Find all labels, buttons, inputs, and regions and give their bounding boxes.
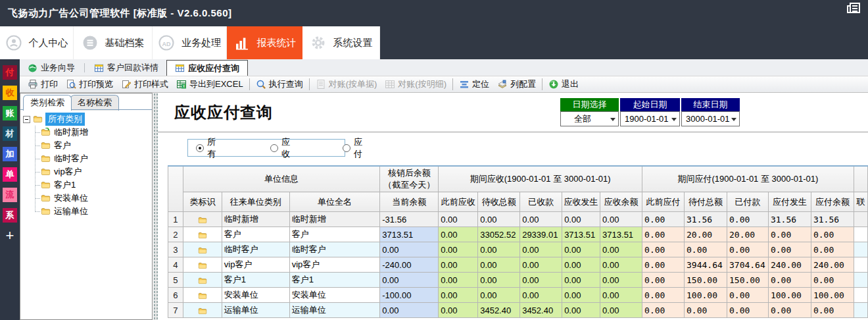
value-cell: 31.56 — [768, 212, 811, 227]
tree-node-客户[interactable]: 客户 — [32, 139, 152, 152]
value-cell: 0.00 — [380, 303, 439, 318]
document-tab-strip: 业务向导客户回款详情应收应付查询 — [20, 59, 868, 76]
date-mode-select[interactable]: 全部 — [560, 111, 619, 126]
value-cell: 3713.51 — [600, 227, 642, 242]
grid-group-header: 期间应付(1900-01-01 至 3000-01-01) — [642, 166, 854, 192]
grid-column-header-已收款: 已收款 — [520, 192, 562, 212]
toolbar-button-打印样式[interactable]: 打印样式 — [117, 77, 172, 92]
grid-row-3[interactable]: 3临时客户临时客户0.000.000.000.000.000.000.000.0… — [168, 242, 868, 257]
grid-row-2[interactable]: 2客户客户3713.510.0033052.5229339.013713.513… — [168, 227, 868, 242]
grid-row-5[interactable]: 5客户1客户10.000.000.000.000.000.000.00150.0… — [168, 273, 868, 288]
rail-add-button[interactable]: + — [3, 228, 17, 243]
panel-splitter[interactable] — [153, 93, 158, 320]
grid-column-header-应收余额: 应收余额 — [600, 192, 642, 212]
window-document-icon[interactable] — [847, 3, 861, 16]
rail-button-系[interactable]: 系 — [3, 208, 17, 223]
value-cell: 0.00 — [811, 242, 854, 257]
contact-cell — [854, 227, 867, 242]
folder-icon — [40, 207, 51, 216]
value-cell: 0.00 — [768, 273, 811, 288]
nav-tab-业务处理[interactable]: AD业务处理 — [153, 26, 227, 59]
end-date-select[interactable]: 3000-01-01 — [681, 111, 740, 126]
doc-tab-客户回款详情[interactable]: 客户回款详情 — [86, 60, 166, 76]
value-cell: 0.00 — [600, 288, 642, 303]
nav-tab-label: 基础档案 — [105, 37, 145, 49]
toolbar-button-执行查询[interactable]: 执行查询 — [252, 77, 307, 92]
category-cell: vip客户 — [222, 257, 289, 273]
grid-row-1[interactable]: 1临时新增临时新增-31.560.000.000.000.000.000.003… — [168, 212, 868, 227]
rail-button-材[interactable]: 材 — [3, 126, 17, 141]
radio-所有[interactable]: 所有 — [196, 136, 216, 160]
grid-row-7[interactable]: 7运输单位运输单位0.000.003452.403452.400.000.000… — [168, 303, 868, 318]
tree-expander-icon[interactable] — [23, 116, 30, 123]
grid-column-header-类标识: 类标识 — [183, 192, 222, 212]
grid-row-4[interactable]: 4vip客户vip客户-240.000.000.000.000.000.000.… — [168, 257, 868, 273]
doc-tab-label: 业务向导 — [41, 62, 75, 74]
value-cell: 0.00 — [478, 257, 520, 273]
tree-node-vip客户[interactable]: vip客户 — [32, 165, 152, 178]
toolbar-button-导出到EXCEL[interactable]: x导出到EXCEL — [172, 77, 247, 92]
tree-tab-名称检索[interactable]: 名称检索 — [70, 95, 119, 111]
nav-tab-label: 报表统计 — [257, 37, 297, 49]
folder-icon — [197, 292, 208, 300]
tree-node-root[interactable]: 所有类别 — [23, 113, 152, 126]
value-cell: 0.00 — [768, 303, 811, 318]
rail-button-付[interactable]: 付 — [3, 65, 17, 80]
contact-cell — [854, 273, 867, 288]
tree-node-label: 安装单位 — [54, 192, 88, 204]
start-date-select[interactable]: 1900-01-01 — [620, 111, 680, 126]
grid-row-6[interactable]: 6安装单位安装单位-100.000.000.000.000.000.000.00… — [168, 288, 868, 303]
value-cell: 100.00 — [811, 288, 854, 303]
tree-node-客户1[interactable]: 客户1 — [32, 178, 152, 192]
nav-tab-报表统计[interactable]: 报表统计 — [227, 26, 302, 59]
toolbar-button-打印预览[interactable]: 打印预览 — [62, 77, 117, 92]
category-cell: 客户1 — [222, 273, 289, 288]
radio-label: 应收 — [281, 136, 290, 160]
folder-open-icon — [32, 115, 43, 124]
value-cell: 0.00 — [520, 273, 562, 288]
nav-tab-个人中心[interactable]: 个人中心 — [0, 26, 74, 59]
category-flag-cell — [183, 288, 222, 303]
folder-icon — [197, 277, 208, 285]
category-flag-cell — [183, 227, 222, 242]
folder-icon — [40, 194, 51, 203]
tree-tabs: 类别检索名称检索 — [23, 95, 118, 111]
value-cell: 240.00 — [811, 257, 854, 273]
title-bar: 飞扬动力广告公司管理软件 [标准版 - V2.6.0.560] — [0, 0, 868, 26]
rail-button-流[interactable]: 流 — [3, 188, 17, 202]
doc-tab-应收应付查询[interactable]: 应收应付查询 — [166, 60, 248, 76]
tree-node-临时新增[interactable]: 临时新增 — [32, 126, 152, 139]
toolbar-button-打印[interactable]: 打印 — [24, 77, 62, 92]
tree-node-临时客户[interactable]: 临时客户 — [32, 152, 152, 165]
unit-name-cell: 运输单位 — [289, 303, 380, 318]
toolbar-button-列配置[interactable]: 列配置 — [493, 77, 540, 92]
nav-tab-基础档案[interactable]: 基础档案 — [74, 26, 153, 59]
value-cell: 0.00 — [562, 242, 600, 257]
tree-tab-类别检索[interactable]: 类别检索 — [23, 95, 72, 111]
grid-check-icon — [385, 79, 395, 90]
radio-应付[interactable]: 应付 — [343, 136, 362, 160]
rail-button-收[interactable]: 收 — [3, 86, 17, 100]
value-cell: 0.00 — [380, 242, 439, 257]
tree-node-安装单位[interactable]: 安装单位 — [32, 192, 152, 205]
radio-应收[interactable]: 应收 — [270, 136, 290, 160]
value-cell: 0.00 — [642, 273, 685, 288]
rail-button-加[interactable]: 加 — [3, 147, 17, 161]
radio-button-icon — [196, 144, 204, 152]
value-cell: 3713.51 — [562, 227, 600, 242]
rail-button-账[interactable]: 账 — [3, 106, 17, 120]
toolbar-button-label: 打印样式 — [134, 78, 168, 90]
rail-button-单[interactable]: 单 — [3, 167, 17, 182]
toolbar-separator — [542, 78, 542, 90]
category-cell: 安装单位 — [222, 288, 289, 303]
category-flag-cell — [183, 273, 222, 288]
toolbar-button-定位[interactable]: 定位 — [455, 77, 493, 92]
toolbar-button-label: 定位 — [472, 78, 489, 90]
tree-node-运输单位[interactable]: 运输单位 — [32, 205, 152, 218]
doc-tab-业务向导[interactable]: 业务向导 — [20, 60, 83, 76]
nav-tab-系统设置[interactable]: 系统设置 — [302, 26, 380, 59]
toolbar-button-退出[interactable]: 退出 — [544, 77, 583, 92]
radio-button-icon — [343, 144, 350, 152]
list-icon — [82, 35, 98, 51]
locate-icon — [459, 79, 470, 90]
